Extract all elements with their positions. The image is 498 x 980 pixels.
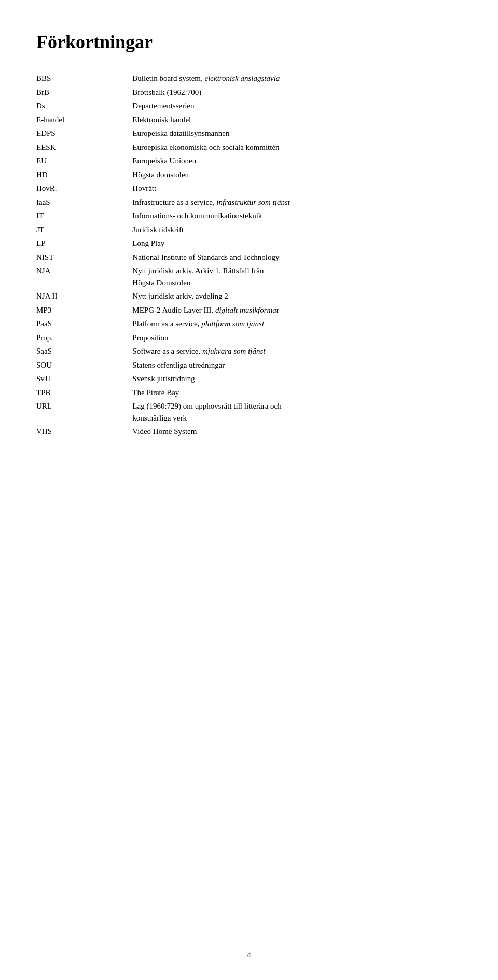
- abbreviation-term: IT: [36, 209, 132, 223]
- abbreviation-term: SaaS: [36, 344, 132, 358]
- abbreviation-term: Prop.: [36, 331, 132, 345]
- abbreviation-definition: Long Play: [132, 236, 462, 250]
- abbreviation-definition: Statens offentliga utredningar: [132, 358, 462, 372]
- abbreviation-definition: Europeiska Unionen: [132, 154, 462, 168]
- list-item: SvJTSvensk juristtidning: [36, 372, 462, 386]
- abbreviation-definition: Elektronisk handel: [132, 113, 462, 127]
- abbreviation-definition: Euroepiska ekonomiska och sociala kommit…: [132, 141, 462, 155]
- abbreviation-term: SOU: [36, 358, 132, 372]
- abbreviation-definition: Departementsserien: [132, 99, 462, 113]
- abbreviation-definition: Högsta domstolen: [132, 168, 462, 182]
- abbreviation-term: IaaS: [36, 195, 132, 209]
- abbreviation-definition: Informations- och kommunikationsteknik: [132, 209, 462, 223]
- abbreviation-term: PaaS: [36, 317, 132, 331]
- list-item: HovR.Hovrätt: [36, 181, 462, 195]
- list-item: NJANytt juridiskt arkiv. Arkiv 1. Rättsf…: [36, 264, 462, 289]
- abbreviation-definition: Svensk juristtidning: [132, 372, 462, 386]
- list-item: LPLong Play: [36, 236, 462, 250]
- list-item: EDPSEuropeiska datatillsynsmannen: [36, 127, 462, 141]
- abbreviation-definition: Platform as a service, plattform som tjä…: [132, 317, 462, 331]
- abbreviation-definition: Nytt juridiskt arkiv, avdeling 2: [132, 289, 462, 303]
- abbreviation-definition: MEPG-2 Audio Layer III, digitalt musikfo…: [132, 303, 462, 317]
- abbreviation-term: EESK: [36, 141, 132, 155]
- list-item: JTJuridisk tidskrift: [36, 223, 462, 237]
- abbreviation-term: EU: [36, 154, 132, 168]
- abbreviation-definition: National Institute of Standards and Tech…: [132, 250, 462, 264]
- abbreviation-definition: Infrastructure as a service, infrastrukt…: [132, 195, 462, 209]
- abbreviation-definition: Nytt juridiskt arkiv. Arkiv 1. Rättsfall…: [132, 264, 462, 289]
- abbreviation-term: NJA: [36, 264, 132, 289]
- list-item: EESKEuroepiska ekonomiska och sociala ko…: [36, 141, 462, 155]
- abbreviation-term: TPB: [36, 386, 132, 400]
- abbreviation-term: HovR.: [36, 181, 132, 195]
- abbreviation-term: BrB: [36, 86, 132, 100]
- abbreviations-table: BBSBulletin board system, elektronisk an…: [36, 72, 462, 439]
- list-item: PaaSPlatform as a service, plattform som…: [36, 317, 462, 331]
- abbreviation-term: EDPS: [36, 127, 132, 141]
- abbreviation-definition: Proposition: [132, 331, 462, 345]
- abbreviation-term: E-handel: [36, 113, 132, 127]
- list-item: IaaSInfrastructure as a service, infrast…: [36, 195, 462, 209]
- page-number: 4: [247, 950, 251, 959]
- list-item: BBSBulletin board system, elektronisk an…: [36, 72, 462, 86]
- list-item: URLLag (1960:729) om upphovsrätt till li…: [36, 399, 462, 425]
- abbreviation-definition: Europeiska datatillsynsmannen: [132, 127, 462, 141]
- abbreviation-term: BBS: [36, 72, 132, 86]
- abbreviation-term: URL: [36, 399, 132, 425]
- abbreviation-term: LP: [36, 236, 132, 250]
- list-item: VHSVideo Home System: [36, 425, 462, 439]
- list-item: TPBThe Pirate Bay: [36, 386, 462, 400]
- list-item: HDHögsta domstolen: [36, 168, 462, 182]
- abbreviation-definition: Video Home System: [132, 425, 462, 439]
- list-item: MP3MEPG-2 Audio Layer III, digitalt musi…: [36, 303, 462, 317]
- abbreviation-definition: Software as a service, mjukvara som tjän…: [132, 344, 462, 358]
- abbreviation-definition: The Pirate Bay: [132, 386, 462, 400]
- abbreviation-term: JT: [36, 223, 132, 237]
- list-item: NISTNational Institute of Standards and …: [36, 250, 462, 264]
- list-item: EUEuropeiska Unionen: [36, 154, 462, 168]
- abbreviation-term: SvJT: [36, 372, 132, 386]
- abbreviation-term: NJA II: [36, 289, 132, 303]
- page-title: Förkortningar: [36, 31, 462, 53]
- abbreviation-term: MP3: [36, 303, 132, 317]
- abbreviation-definition: Juridisk tidskrift: [132, 223, 462, 237]
- list-item: Prop.Proposition: [36, 331, 462, 345]
- abbreviation-definition: Brottsbalk (1962:700): [132, 86, 462, 100]
- list-item: SOUStatens offentliga utredningar: [36, 358, 462, 372]
- abbreviation-term: VHS: [36, 425, 132, 439]
- list-item: BrBBrottsbalk (1962:700): [36, 86, 462, 100]
- list-item: NJA IINytt juridiskt arkiv, avdeling 2: [36, 289, 462, 303]
- abbreviation-definition: Lag (1960:729) om upphovsrätt till litte…: [132, 399, 462, 425]
- abbreviation-definition: Bulletin board system, elektronisk ansla…: [132, 72, 462, 86]
- abbreviation-term: NIST: [36, 250, 132, 264]
- abbreviation-term: Ds: [36, 99, 132, 113]
- list-item: E-handelElektronisk handel: [36, 113, 462, 127]
- list-item: ITInformations- och kommunikationsteknik: [36, 209, 462, 223]
- list-item: SaaSSoftware as a service, mjukvara som …: [36, 344, 462, 358]
- list-item: DsDepartementsserien: [36, 99, 462, 113]
- abbreviation-term: HD: [36, 168, 132, 182]
- abbreviation-definition: Hovrätt: [132, 181, 462, 195]
